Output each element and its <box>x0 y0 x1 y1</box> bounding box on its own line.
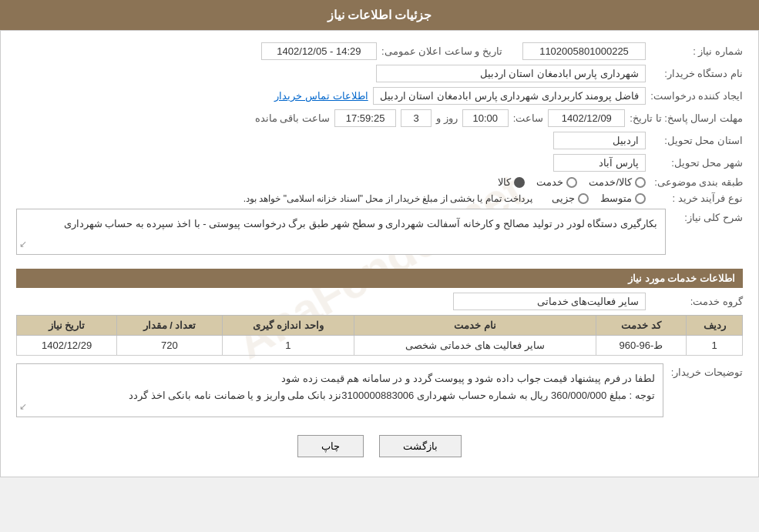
announce-label: تاریخ و ساعت اعلان عمومی: <box>381 45 502 57</box>
services-group-value: سایر فعالیت‌های خدماتی <box>453 293 646 310</box>
buyer-name-value: شهرداری پارس ابادمغان استان اردبیل <box>376 65 646 82</box>
need-number-value: 1102005801000225 <box>522 42 646 60</box>
purchase-motevaset-option[interactable]: متوسط <box>600 192 646 204</box>
table-cell-4: 720 <box>117 336 222 356</box>
category-khedmat-option[interactable]: خدمت <box>536 176 577 188</box>
purchase-type-options: متوسط جزیی پرداخت تمام یا بخشی از مبلغ خ… <box>243 192 646 204</box>
purchase-note: پرداخت تمام یا بخشی از مبلغ خریدار از مح… <box>243 193 532 204</box>
col-header-radif: ردیف <box>687 316 743 336</box>
category-radio-group: کالا/خدمت خدمت کالا <box>498 176 646 188</box>
purchase-motevaset-label: متوسط <box>600 192 632 204</box>
purchase-jozyi-label: جزیی <box>552 192 575 204</box>
table-cell-3: 1 <box>222 336 354 356</box>
table-row: 1ط-96-960سایر فعالیت های خدماتی شخصی1720… <box>17 336 743 356</box>
category-kala-khedmat-label: کالا/خدمت <box>589 176 632 188</box>
col-header-qty: تعداد / مقدار <box>117 316 222 336</box>
delivery-city-label: شهر محل تحویل: <box>650 157 743 169</box>
contact-link[interactable]: اطلاعات تماس خریدار <box>274 90 368 102</box>
radio-kala-khedmat <box>635 177 646 188</box>
creator-label: ایجاد کننده درخواست: <box>650 90 743 102</box>
table-cell-1: ط-96-960 <box>596 336 686 356</box>
description-text: بکارگیری دستگاه لودر در تولید مصالح و کا… <box>16 209 666 255</box>
purchase-jozyi-option[interactable]: جزیی <box>552 192 589 204</box>
buyer-notes-label: توضیحات خریدار: <box>671 363 743 378</box>
send-time-label: ساعت: <box>513 112 544 124</box>
table-cell-0: 1 <box>687 336 743 356</box>
send-time-value: 10:00 <box>462 109 509 127</box>
description-title: شرح کلی نیاز: <box>673 209 743 223</box>
announce-value: 1402/12/05 - 14:29 <box>261 42 377 60</box>
category-kala-khedmat-option[interactable]: کالا/خدمت <box>589 176 646 188</box>
col-header-code: کد خدمت <box>596 316 686 336</box>
buyer-name-label: نام دستگاه خریدار: <box>650 68 743 79</box>
action-buttons: بازگشت چاپ <box>16 435 743 457</box>
radio-motevaset <box>635 193 646 204</box>
buyer-notes-line2: توجه : مبلغ 360/000/000 ریال به شماره حس… <box>25 387 655 404</box>
radio-jozyi <box>578 193 589 204</box>
send-deadline-label: مهلت ارسال پاسخ: تا تاریخ: <box>630 112 743 124</box>
category-khedmat-label: خدمت <box>536 176 563 188</box>
buyer-notes-line1: لطفا در فرم پیشنهاد قیمت جواب داده شود و… <box>25 370 655 387</box>
back-button[interactable]: بازگشت <box>379 435 462 457</box>
services-group-label: گروه خدمت: <box>650 296 743 307</box>
purchase-type-label: نوع فرآیند خرید : <box>650 192 743 204</box>
col-header-unit: واحد اندازه گیری <box>222 316 354 336</box>
table-cell-2: سایر فعالیت های خدماتی شخصی <box>354 336 596 356</box>
radio-khedmat <box>566 177 577 188</box>
remaining-value: 17:59:25 <box>334 109 396 127</box>
send-days-label: روز و <box>436 112 458 124</box>
remaining-label: ساعت باقی مانده <box>255 112 330 124</box>
page-header: جزئیات اطلاعات نیاز <box>0 0 759 30</box>
category-label: طبقه بندی موضوعی: <box>650 176 743 188</box>
print-button[interactable]: چاپ <box>297 435 364 457</box>
table-cell-5: 1402/12/29 <box>17 336 117 356</box>
creator-value: فاضل پرومند کاربرداری شهرداری پارس ابادم… <box>373 87 646 105</box>
buyer-notes-content: لطفا در فرم پیشنهاد قیمت جواب داده شود و… <box>16 363 663 417</box>
services-table: ردیف کد خدمت نام خدمت واحد اندازه گیری ت… <box>16 315 743 356</box>
send-date-value: 1402/12/09 <box>548 109 625 127</box>
send-days-value: 3 <box>401 109 432 127</box>
category-kala-label: کالا <box>498 176 511 188</box>
col-header-date: تاریخ نیاز <box>17 316 117 336</box>
need-number-label: شماره نیاز : <box>650 45 743 57</box>
radio-kala <box>514 177 525 188</box>
services-section-title: اطلاعات خدمات مورد نیاز <box>16 269 743 288</box>
col-header-name: نام خدمت <box>354 316 596 336</box>
category-kala-option[interactable]: کالا <box>498 176 525 188</box>
delivery-province-value: اردبیل <box>553 132 646 149</box>
delivery-city-value: پارس آباد <box>553 154 646 172</box>
delivery-province-label: استان محل تحویل: <box>650 135 743 146</box>
